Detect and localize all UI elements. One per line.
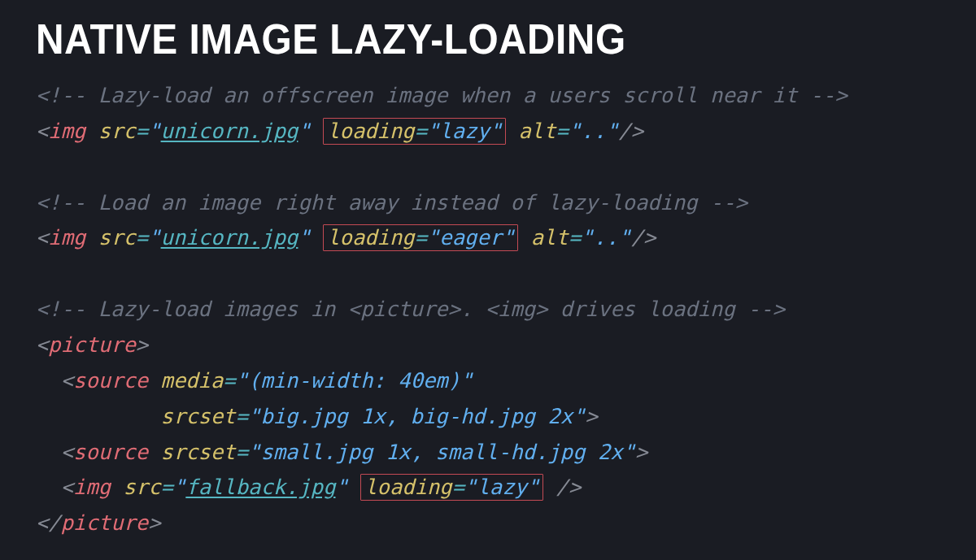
- quote: ": [460, 368, 473, 393]
- alt-value: ..: [594, 225, 619, 250]
- slide: NATIVE IMAGE LAZY-LOADING <!-- Lazy-load…: [0, 0, 976, 541]
- quote: ": [427, 225, 439, 250]
- angle-close: >: [586, 404, 598, 428]
- equals: =: [415, 225, 427, 250]
- quote: ": [623, 440, 635, 464]
- quote: ": [336, 475, 348, 499]
- angle-open: <: [36, 225, 48, 250]
- quote: ": [490, 119, 502, 143]
- alt-value: ..: [581, 119, 606, 143]
- equals: =: [415, 119, 427, 143]
- angle-open: <: [61, 368, 73, 393]
- tag-picture-close: picture: [61, 510, 148, 535]
- highlight-loading: loading="eager": [323, 224, 518, 251]
- equals: =: [236, 404, 248, 428]
- equals: =: [136, 225, 148, 250]
- quote: ": [527, 475, 539, 499]
- media-value: (min-width: 40em): [248, 368, 460, 393]
- self-close: />: [556, 475, 582, 499]
- tag-img: img: [73, 475, 111, 499]
- angle-open: <: [36, 119, 48, 143]
- tag-source: source: [73, 440, 148, 464]
- quote: ": [298, 119, 310, 143]
- quote: ": [173, 475, 185, 499]
- src-value: unicorn.jpg: [161, 119, 298, 143]
- equals: =: [223, 368, 235, 393]
- comment-line: <!-- Lazy-load an offscreen image when a…: [36, 83, 847, 107]
- src-value: unicorn.jpg: [161, 225, 298, 250]
- loading-value: lazy: [477, 475, 526, 499]
- angle-open-slash: </: [36, 510, 61, 535]
- attr-src: src: [124, 475, 161, 499]
- self-close: />: [631, 225, 656, 250]
- loading-value: lazy: [439, 119, 489, 143]
- quote: ": [236, 368, 248, 393]
- attr-media: media: [161, 368, 224, 393]
- angle-open: <: [61, 475, 73, 499]
- equals: =: [136, 119, 148, 143]
- equals: =: [161, 475, 173, 499]
- tag-picture: picture: [48, 332, 135, 357]
- angle-open: <: [36, 332, 48, 357]
- quote: ": [573, 404, 585, 428]
- tag-img: img: [48, 225, 85, 250]
- comment-line: <!-- Load an image right away instead of…: [36, 190, 747, 215]
- tag-img: img: [48, 119, 85, 143]
- attr-srcset: srcset: [161, 404, 236, 428]
- quote: ": [148, 225, 160, 250]
- highlight-loading: loading="lazy": [323, 118, 506, 145]
- attr-src: src: [98, 119, 136, 143]
- src-value: fallback.jpg: [185, 475, 335, 499]
- equals: =: [569, 225, 581, 250]
- loading-value: eager: [439, 225, 502, 250]
- angle-open: <: [61, 440, 73, 464]
- quote: ": [298, 225, 310, 250]
- quote: ": [427, 119, 439, 143]
- quote: ": [464, 475, 477, 499]
- quote: ": [248, 404, 260, 428]
- attr-loading: loading: [327, 119, 414, 143]
- srcset-value: big.jpg 1x, big-hd.jpg 2x: [260, 404, 573, 428]
- equals: =: [556, 119, 569, 143]
- angle-close: >: [148, 510, 160, 535]
- slide-title: NATIVE IMAGE LAZY-LOADING: [36, 15, 868, 63]
- angle-close: >: [635, 440, 647, 464]
- quote: ": [502, 225, 514, 250]
- quote: ": [581, 225, 593, 250]
- quote: ": [606, 119, 618, 143]
- code-block: <!-- Lazy-load an offscreen image when a…: [36, 78, 940, 541]
- quote: ": [248, 440, 260, 464]
- equals: =: [452, 475, 464, 499]
- self-close: />: [618, 119, 643, 143]
- angle-close: >: [136, 332, 148, 357]
- quote: ": [618, 225, 630, 250]
- attr-src: src: [98, 225, 136, 250]
- attr-alt: alt: [519, 119, 556, 143]
- srcset-value: small.jpg 1x, small-hd.jpg 2x: [260, 440, 622, 464]
- quote: ": [569, 119, 581, 143]
- attr-srcset: srcset: [161, 440, 236, 464]
- tag-source: source: [73, 368, 148, 393]
- attr-loading: loading: [364, 475, 451, 499]
- comment-line: <!-- Lazy-load images in <picture>. <img…: [36, 297, 785, 321]
- equals: =: [236, 440, 248, 464]
- attr-loading: loading: [327, 225, 414, 250]
- highlight-loading: loading="lazy": [360, 474, 543, 501]
- attr-alt: alt: [531, 225, 569, 250]
- quote: ": [148, 119, 160, 143]
